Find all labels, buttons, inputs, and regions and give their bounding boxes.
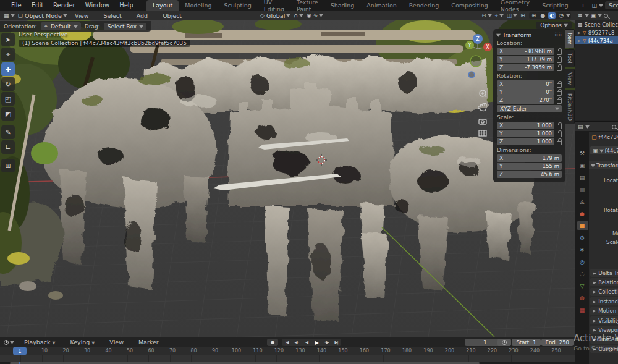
scale-z-field[interactable]: Z1.000 [497, 138, 554, 145]
location-y-field[interactable]: Y137.79 m [497, 56, 554, 63]
start-frame-field[interactable]: Start1 [512, 339, 540, 346]
lock-icon[interactable] [556, 97, 562, 103]
sidebar-tab-kitbash3d[interactable]: KitBash3D [565, 90, 575, 124]
viewport-menu-object[interactable]: Object [158, 11, 186, 20]
jump-to-start-button[interactable]: |◀ [282, 340, 292, 345]
scene-name-field[interactable]: Scene [605, 1, 618, 9]
properties-tab-output[interactable]: ▤ [577, 173, 588, 182]
transform-orientation-dropdown[interactable]: ◇Global▼ [260, 12, 290, 19]
timeline-menu-playback[interactable]: Playback ▼ [20, 337, 59, 347]
outliner-row[interactable]: ▶▽f44c734a [575, 36, 618, 44]
timeline-menu-view[interactable]: View [105, 337, 128, 347]
search-icon[interactable] [604, 14, 608, 18]
lock-icon[interactable] [556, 89, 562, 95]
mode-dropdown[interactable]: ▢Object Mode▼ [18, 12, 67, 19]
move-tool[interactable]: ✚ [1, 62, 15, 76]
add-cube-tool[interactable]: ⊞ [1, 159, 15, 172]
next-keyframe-button[interactable]: •▶ [321, 340, 331, 345]
properties-tab-material[interactable]: ◍ [577, 294, 588, 302]
auto-keyframe-button[interactable]: ● [267, 339, 278, 346]
properties-tab-scene[interactable]: ◬ [577, 197, 588, 206]
properties-tab-particles[interactable]: ∗ [577, 245, 588, 254]
properties-tab-texture[interactable]: ▦ [577, 306, 588, 315]
cursor-tool[interactable]: ⌖ [1, 48, 15, 61]
tab-rendering[interactable]: Rendering [403, 0, 446, 11]
rotation-z-field[interactable]: Z270° [497, 96, 554, 104]
outliner-editor-type-button[interactable]: ≡ [578, 12, 583, 19]
section-visibility[interactable]: ▶Visibility [590, 316, 618, 324]
drag-handle-icon[interactable]: ⠿⠿ [554, 32, 562, 38]
section-relations[interactable]: ▶Relations [590, 278, 618, 286]
section-delta-transform[interactable]: ▶Delta Transform [590, 269, 618, 277]
drag-dropdown[interactable]: Select Box▼ [104, 23, 146, 30]
shading-solid[interactable]: ● [539, 12, 546, 19]
overlays-dropdown[interactable]: ◫▼ [507, 12, 517, 19]
menu-render[interactable]: Render [49, 1, 80, 10]
lock-icon[interactable] [556, 122, 562, 129]
lock-icon[interactable] [556, 81, 562, 87]
gizmos-dropdown[interactable]: ⌖▼ [495, 12, 503, 19]
object-name-field[interactable]: ▣▼f44c734 [590, 146, 618, 154]
rotation-x-field[interactable]: X0° [497, 80, 554, 88]
tab-layout[interactable]: Layout [146, 0, 179, 11]
tab-geometry-nodes[interactable]: Geometry Nodes [494, 0, 536, 11]
measure-tool[interactable]: ∟ [1, 140, 15, 154]
add-workspace-button[interactable]: + [574, 0, 591, 11]
menu-help[interactable]: Help [115, 1, 138, 10]
scale-y-field[interactable]: Y1.000 [497, 130, 554, 137]
tab-uv-editing[interactable]: UV Editing [258, 0, 290, 11]
select-box-tool[interactable]: ➤ [1, 33, 15, 46]
lock-icon[interactable] [556, 138, 562, 145]
editor-type-button[interactable]: ▦▼ [4, 12, 14, 19]
properties-tab-world[interactable]: ● [577, 210, 588, 218]
section-motion-paths[interactable]: ▶Motion Paths [590, 307, 618, 315]
properties-tab-view-layer[interactable]: ▥ [577, 185, 588, 194]
pan-hand-icon[interactable] [478, 103, 486, 111]
shading-material-preview[interactable]: ◐ [548, 12, 556, 19]
properties-tab-constraints[interactable]: ◌ [577, 269, 588, 278]
location-z-field[interactable]: Z-7.3959 m [497, 64, 554, 71]
section-custom-properties[interactable]: ▶Custom Properties [590, 345, 618, 353]
lock-icon[interactable] [556, 130, 562, 137]
viewport-menu-select[interactable]: Select [99, 11, 125, 20]
options-button[interactable]: Options▼ [536, 22, 572, 29]
play-button[interactable]: ▶ [311, 340, 321, 345]
orientation-dropdown[interactable]: ⌖Default▼ [41, 22, 81, 30]
lock-icon[interactable] [556, 64, 562, 70]
properties-tab-object[interactable]: ■ [577, 221, 588, 230]
section-instancing[interactable]: ▶Instancing [590, 297, 618, 305]
prev-keyframe-button[interactable]: ◀• [292, 340, 302, 345]
properties-editor-type-button[interactable]: ▤ [578, 124, 583, 130]
timeline-keyframe-area[interactable] [0, 355, 575, 362]
section-line-art[interactable]: ▶Line Art [590, 336, 618, 344]
properties-search-icon[interactable] [612, 125, 616, 129]
rotate-tool[interactable]: ↻ [1, 77, 15, 91]
view-object-types-dropdown[interactable]: ⊙▼ [481, 12, 491, 19]
shading-dropdown-icon[interactable]: ▼ [566, 13, 570, 18]
tab-sculpting[interactable]: Sculpting [218, 0, 257, 11]
timeline-ruler[interactable]: 1 10203040506070809010011012013014015016… [0, 347, 575, 355]
tab-modeling[interactable]: Modeling [179, 0, 218, 11]
outliner-display-mode-button[interactable]: ▣ [591, 12, 596, 19]
properties-tab-object-data[interactable]: ▽ [577, 282, 588, 290]
viewport-3d[interactable]: Orientation: ⌖Default▼ Drag: Select Box▼… [0, 20, 575, 337]
jump-to-end-button[interactable]: ▶| [331, 340, 341, 345]
properties-tab-modifiers[interactable]: ⚙ [577, 234, 588, 242]
tab-scripting[interactable]: Scripting [536, 0, 574, 11]
properties-tab-tool[interactable]: ⚒ [577, 149, 588, 158]
transform-section-header[interactable]: ▼Transform [589, 161, 618, 169]
navigation-gizmo[interactable]: Z X Y [462, 32, 494, 140]
timeline-menu-marker[interactable]: Marker [134, 337, 163, 347]
tab-shading[interactable]: Shading [324, 0, 361, 11]
collapse-icon[interactable]: ▼ [496, 33, 501, 38]
outliner-row[interactable]: ▶▽895277c8 [575, 28, 618, 36]
dimensions-z-field[interactable]: Z45.6 m [497, 171, 562, 178]
transform-tool[interactable]: ◩ [1, 107, 15, 121]
menu-edit[interactable]: Edit [27, 1, 48, 10]
disclosure-icon[interactable]: ▶ [578, 38, 581, 43]
outliner-row[interactable]: ▦Scene Collection [575, 20, 618, 28]
viewport-menu-view[interactable]: View [70, 11, 93, 20]
timeline-menu-keying[interactable]: Keying ▼ [66, 337, 99, 347]
tab-compositing[interactable]: Compositing [445, 0, 494, 11]
dimensions-x-field[interactable]: X179 m [497, 154, 562, 162]
